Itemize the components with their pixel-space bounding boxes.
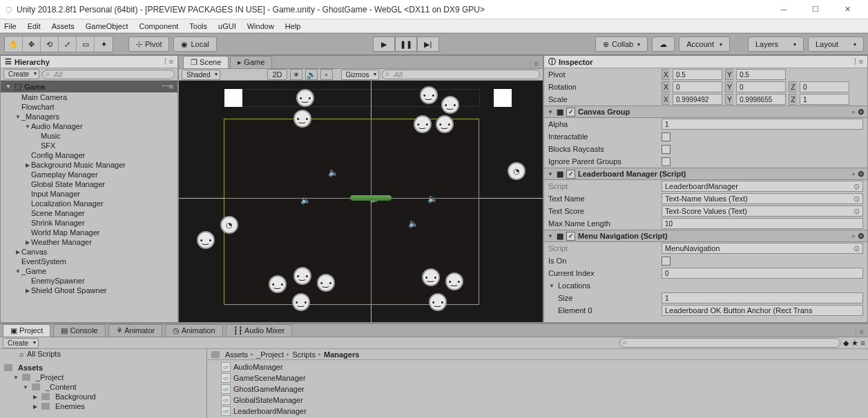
filter-icon[interactable]: ◆ <box>843 339 849 348</box>
project-file[interactable]: c#GlobalStateManager <box>207 395 868 406</box>
panel-menu-icon[interactable]: ⋮≡ <box>852 328 864 337</box>
scale-tool[interactable]: ⤢ <box>59 37 77 52</box>
canvas-group-enable[interactable]: ✓ <box>566 108 575 117</box>
hierarchy-scene-root[interactable]: ▼ ⬚ Game ⋯≡ <box>1 81 177 92</box>
rotate-tool[interactable]: ⟲ <box>41 37 59 52</box>
hierarchy-item[interactable]: Shrink Manager <box>1 218 177 228</box>
inspector-tab[interactable]: ⓘ Inspector ⋮≡ <box>544 56 867 68</box>
component-help-icon[interactable]: ▫ <box>852 170 855 179</box>
menu-edit[interactable]: Edit <box>28 22 41 30</box>
menu-window[interactable]: Window <box>247 22 274 30</box>
step-button[interactable]: ▶| <box>417 37 439 52</box>
hierarchy-search[interactable]: All <box>42 70 175 79</box>
hierarchy-item[interactable]: SFX <box>1 141 177 150</box>
scene-tab[interactable]: ❐ Scene <box>183 56 229 68</box>
minimize-button[interactable]: ─ <box>769 1 799 18</box>
animation-tab[interactable]: ◷ Animation <box>165 324 222 337</box>
crumb-assets[interactable]: Assets <box>225 350 248 359</box>
console-tab[interactable]: ▤ Console <box>53 324 105 337</box>
folder-project[interactable]: _Project <box>36 373 64 381</box>
component-reset-icon[interactable]: ⚙ <box>858 170 865 179</box>
maximize-button[interactable]: ☐ <box>800 1 831 18</box>
hierarchy-item[interactable]: Music <box>1 131 177 141</box>
audio-toggle[interactable]: 🔊 <box>305 69 318 80</box>
hierarchy-item[interactable]: Scene Manager <box>1 208 177 218</box>
ignore-parent-checkbox[interactable] <box>662 157 671 166</box>
scene-search[interactable]: All <box>382 70 540 79</box>
project-file[interactable]: c#GameSceneManager <box>207 372 868 384</box>
rot-y-field[interactable] <box>736 81 786 92</box>
layout-dropdown[interactable]: Layout▾ <box>808 37 864 52</box>
hierarchy-item[interactable]: Localization Manager <box>1 199 177 208</box>
hand-tool[interactable]: ✋ <box>5 37 23 52</box>
scale-z-field[interactable] <box>800 94 849 105</box>
hierarchy-item[interactable]: Config Manager <box>1 150 177 160</box>
project-search[interactable] <box>619 338 840 348</box>
scene-menu-icon[interactable]: ⋯≡ <box>162 82 173 91</box>
canvas-group-header[interactable]: ▼ ▦ ✓ Canvas Group ▫⚙ <box>544 106 867 118</box>
panel-menu-icon[interactable]: ⋮≡ <box>851 57 863 66</box>
folder-enemies[interactable]: Enemies <box>55 402 85 410</box>
menu-gameobject[interactable]: GameObject <box>86 22 128 30</box>
menu-assets[interactable]: Assets <box>52 22 75 30</box>
scale-y-field[interactable] <box>736 94 786 105</box>
scale-x-field[interactable] <box>673 94 722 105</box>
project-file[interactable]: c#AudioManager <box>207 361 868 372</box>
panel-menu-icon[interactable]: ≡ <box>861 339 865 347</box>
animator-tab[interactable]: ⚘ Animator <box>108 324 162 337</box>
hierarchy-item[interactable]: Global State Manager <box>1 179 177 189</box>
account-dropdown[interactable]: Account▾ <box>679 37 730 52</box>
hierarchy-item[interactable]: EnemySpawner <box>1 276 177 286</box>
folder-background[interactable]: Background <box>55 392 96 401</box>
max-name-length-field[interactable] <box>662 218 863 229</box>
blocks-raycasts-checkbox[interactable] <box>662 145 671 154</box>
menu-nav-enable[interactable]: ✓ <box>566 232 575 241</box>
menu-component[interactable]: Component <box>139 22 178 30</box>
hierarchy-item[interactable]: ▶Shield Ghost Spawner <box>1 286 177 295</box>
leaderboard-header[interactable]: ▼ ▦ ✓ Leaderboard Manager (Script) ▫⚙ <box>544 168 867 180</box>
menu-file[interactable]: File <box>4 22 17 30</box>
is-on-checkbox[interactable] <box>662 257 671 266</box>
locations-size-field[interactable] <box>662 292 863 303</box>
text-score-field[interactable]: Text-Score Values (Text)⊙ <box>662 206 863 217</box>
component-reset-icon[interactable]: ⚙ <box>858 108 865 117</box>
hierarchy-item[interactable]: ▼_Managers <box>1 112 177 121</box>
project-create-dropdown[interactable]: Create <box>3 338 39 348</box>
element-0-field[interactable]: Leaderboard OK Button Anchor (Rect Trans <box>662 305 863 316</box>
panel-menu-icon[interactable]: ⋮≡ <box>527 59 539 68</box>
component-reset-icon[interactable]: ⚙ <box>858 232 865 241</box>
pause-button[interactable]: ❚❚ <box>395 37 417 52</box>
hierarchy-item[interactable]: Gameplay Manager <box>1 170 177 179</box>
rot-z-field[interactable] <box>800 81 849 92</box>
game-tab[interactable]: ▸ Game <box>230 56 272 68</box>
folder-content[interactable]: _Content <box>46 383 77 391</box>
hierarchy-item[interactable]: ▼Audio Manager <box>1 121 177 131</box>
local-toggle[interactable]: ◉Local <box>173 37 216 52</box>
rect-tool[interactable]: ▭ <box>77 37 95 52</box>
move-tool[interactable]: ✥ <box>23 37 41 52</box>
component-help-icon[interactable]: ▫ <box>852 232 855 241</box>
alpha-field[interactable] <box>662 119 863 130</box>
crumb-managers[interactable]: Managers <box>324 350 359 359</box>
close-button[interactable]: ✕ <box>832 1 862 18</box>
pivot-y-field[interactable] <box>736 69 786 80</box>
filter-icon[interactable]: ★ <box>851 339 858 348</box>
leaderboard-enable[interactable]: ✓ <box>566 170 575 179</box>
hierarchy-item[interactable]: ▼_Game <box>1 266 177 276</box>
panel-menu-icon[interactable]: ⋮≡ <box>162 57 173 66</box>
assets-root[interactable]: Assets <box>18 364 43 372</box>
shading-dropdown[interactable]: Shaded <box>182 70 220 80</box>
fx-toggle[interactable]: ▫ <box>320 69 333 80</box>
crumb-scripts[interactable]: Scripts <box>292 350 316 359</box>
hierarchy-item[interactable]: Flowchart <box>1 102 177 112</box>
text-name-field[interactable]: Text-Name Values (Text)⊙ <box>662 193 863 204</box>
project-file[interactable]: c#GhostGameManager <box>207 384 868 395</box>
gizmos-dropdown[interactable]: Gizmos <box>341 70 380 80</box>
collab-dropdown[interactable]: ⊕Collab▾ <box>595 37 648 52</box>
project-file[interactable]: c#LeaderboardManager <box>207 406 868 417</box>
all-scripts-label[interactable]: All Scripts <box>27 350 61 358</box>
menu-nav-header[interactable]: ▼ ▦ ✓ Menu Navigation (Script) ▫⚙ <box>544 230 867 242</box>
hierarchy-item[interactable]: ▶Canvas <box>1 247 177 257</box>
hierarchy-item[interactable]: ▶Weather Manager <box>1 237 177 247</box>
hierarchy-create-dropdown[interactable]: Create <box>3 69 39 79</box>
